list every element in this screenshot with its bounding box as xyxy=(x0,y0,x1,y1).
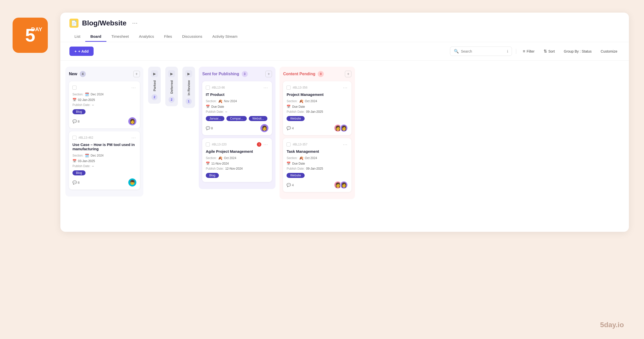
avatar-4: 👩 xyxy=(340,181,348,189)
plus-icon: + xyxy=(74,49,77,53)
tag-website-1[interactable]: Website xyxy=(287,116,304,121)
tab-analytics[interactable]: Analytics xyxy=(134,32,159,42)
card-pending-2-id-row: #BL13-357 xyxy=(287,142,307,146)
tag-compar[interactable]: Compar... xyxy=(226,116,247,121)
sort-label: Sort xyxy=(548,49,555,53)
card-sent-2-id: #BL13-220 xyxy=(212,143,227,146)
card-new-2-checkbox[interactable] xyxy=(72,136,76,140)
card-pending-2: #BL13-357 ⋯ Task Management Section: 🍂 O… xyxy=(283,138,351,192)
add-button[interactable]: + + Add xyxy=(69,47,94,56)
card-pending-2-checkbox[interactable] xyxy=(287,142,291,146)
project-menu-icon[interactable]: ⋯ xyxy=(130,19,140,27)
column-new-header: New 4 + xyxy=(69,71,140,77)
column-pending-add[interactable]: + xyxy=(345,71,351,77)
card-sent-1-tags: Januar... Compar... Websit... xyxy=(206,116,268,122)
search-input[interactable] xyxy=(461,49,505,53)
card-pending-1-id-row: #BL13-356 xyxy=(287,86,307,90)
board: New 4 + ⋯ Section: 🗓️ xyxy=(60,61,629,232)
tab-discussions[interactable]: Discussions xyxy=(177,32,207,42)
comment-icon-3: 💬 xyxy=(206,126,210,130)
card-sent-1-menu[interactable]: ⋯ xyxy=(263,85,268,90)
card-pending-1-top: #BL13-356 ⋯ xyxy=(287,85,348,90)
column-sent-count: 3 xyxy=(242,71,248,77)
card-pending-2-menu[interactable]: ⋯ xyxy=(343,142,348,147)
card-sent-1-avatar: 👩 xyxy=(260,124,268,132)
column-pending-header: Content Pending 8 + xyxy=(283,71,351,77)
filter-action[interactable]: ≡ Filter xyxy=(520,48,537,55)
project-icon: 📄 xyxy=(69,19,78,28)
card-pending-2-footer: 💬 4 👩 👩 xyxy=(287,181,348,189)
column-pending-count: 8 xyxy=(318,71,324,77)
card-new-1-id-row xyxy=(72,86,76,90)
card-new-1-top: ⋯ xyxy=(72,85,136,90)
info-icon: ℹ xyxy=(507,49,508,53)
card-sent-1-id: #BL13-86 xyxy=(212,86,225,89)
search-box[interactable]: 🔍 ℹ xyxy=(450,47,512,56)
column-new: New 4 + ⋯ Section: 🗓️ xyxy=(65,67,143,197)
column-deferred[interactable]: ▶ Deferred 2 xyxy=(165,67,179,106)
column-in-review-header[interactable]: ▶ In Review 1 xyxy=(182,67,195,108)
card-new-2-menu[interactable]: ⋯ xyxy=(131,135,136,140)
column-in-review-count: 1 xyxy=(186,98,192,104)
card-pending-1-id: #BL13-356 xyxy=(293,86,307,89)
tab-board[interactable]: Board xyxy=(85,32,106,42)
card-sent-2-menu[interactable]: ⋯ xyxy=(263,142,268,147)
tag-websit[interactable]: Websit... xyxy=(249,116,267,121)
card-sent-1-comments: 💬 8 xyxy=(206,126,213,130)
column-deferred-count: 2 xyxy=(169,97,175,103)
column-pending-title-group: Content Pending 8 xyxy=(283,71,324,77)
calendar-icon-2: 📅 xyxy=(72,159,76,163)
card-new-1-checkbox[interactable] xyxy=(72,86,76,90)
customize-action[interactable]: Customize xyxy=(598,48,620,55)
card-new-2-section: Section: 🗓️ Dec 2024 xyxy=(72,154,136,158)
calendar-icon-6: 📅 xyxy=(287,162,291,165)
card-pending-1-checkbox[interactable] xyxy=(287,86,291,90)
project-title: Blog/Website xyxy=(82,19,127,27)
column-parked-title: Parked xyxy=(153,80,156,91)
tag-blog[interactable]: Blog xyxy=(72,109,86,114)
column-new-add[interactable]: + xyxy=(133,71,140,77)
tag-blog-3[interactable]: Blog xyxy=(206,173,219,178)
column-sent-add[interactable]: + xyxy=(265,71,272,77)
card-sent-1-checkbox[interactable] xyxy=(206,86,210,90)
column-deferred-header[interactable]: ▶ Deferred 2 xyxy=(165,67,178,106)
card-pending-1-section: Section: 🍂 Oct 2024 xyxy=(287,99,348,103)
group-by-action[interactable]: Group By : Status xyxy=(561,48,594,55)
card-new-1-menu[interactable]: ⋯ xyxy=(131,85,136,90)
tag-website-2[interactable]: Website xyxy=(287,173,304,178)
tag-januar[interactable]: Januar... xyxy=(206,116,224,121)
card-sent-2-checkbox[interactable] xyxy=(206,142,210,146)
customize-label: Customize xyxy=(601,49,617,53)
column-new-title-group: New 4 xyxy=(69,71,86,77)
column-new-count: 4 xyxy=(80,71,86,77)
card-new-2-id-row: #BL13-462 xyxy=(72,136,93,140)
card-sent-1-id-row: #BL13-86 xyxy=(206,86,225,90)
deferred-expand-icon[interactable]: ▶ xyxy=(168,70,175,77)
tab-timesheet[interactable]: Timesheet xyxy=(106,32,134,42)
column-content-pending: Content Pending 8 + #BL13-356 ⋯ Project xyxy=(279,67,355,199)
header-title-row: 📄 Blog/Website ⋯ xyxy=(69,19,620,28)
card-new-1-section: Section: 🗓️ Dec 2024 xyxy=(72,92,136,96)
card-sent-1-section: Section: 🍂 Nov 2024 xyxy=(206,99,268,103)
tab-list[interactable]: List xyxy=(69,32,85,42)
card-pending-1-menu[interactable]: ⋯ xyxy=(343,85,348,90)
card-new-2-title: Use Case – How is PM tool used in manufa… xyxy=(72,142,136,151)
calendar-icon-3: 📅 xyxy=(206,105,210,108)
card-new-1-tags: Blog xyxy=(72,109,136,115)
tag-blog-2[interactable]: Blog xyxy=(72,170,86,175)
card-sent-2-publish: Publish Date: 12-Nov-2024 xyxy=(206,167,268,170)
tab-files[interactable]: Files xyxy=(159,32,177,42)
calendar-icon-5: 📅 xyxy=(287,105,291,108)
in-review-expand-icon[interactable]: ▶ xyxy=(185,70,192,77)
parked-expand-icon[interactable]: ▶ xyxy=(151,70,158,77)
column-in-review[interactable]: ▶ In Review 1 xyxy=(182,67,196,108)
tab-activity[interactable]: Activity Stream xyxy=(207,32,243,42)
sort-action[interactable]: ⇅ Sort xyxy=(541,47,557,55)
column-parked[interactable]: ▶ Parked 2 xyxy=(147,67,162,104)
comment-icon-6: 💬 xyxy=(287,183,291,187)
toolbar: + + Add 🔍 ℹ ≡ Filter ⇅ Sort Group By : S… xyxy=(60,42,629,61)
calendar-icon-4: 📅 xyxy=(206,162,210,165)
column-parked-header[interactable]: ▶ Parked 2 xyxy=(148,67,161,104)
card-new-2-avatar: 👦 xyxy=(128,178,136,186)
column-sent-header: Sent for Publishing 3 + xyxy=(202,71,272,77)
